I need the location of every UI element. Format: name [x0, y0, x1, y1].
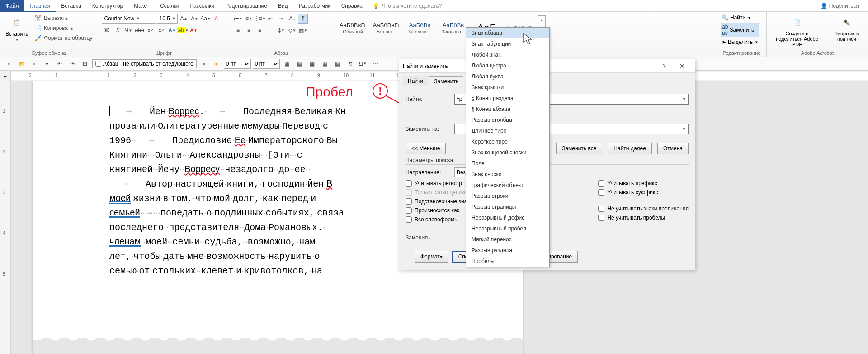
qat-border1[interactable]: ▦	[282, 58, 292, 69]
strikethrough-button[interactable]: abc	[134, 25, 144, 35]
wildcards-checkbox[interactable]: Подстановочные знаки	[406, 198, 472, 205]
dropdown-item[interactable]: ¶ Конец абзаца	[466, 104, 549, 115]
dropdown-item[interactable]: Графический объект	[466, 180, 549, 191]
style-heading2[interactable]: АаБбВвЗаголово...	[437, 15, 469, 41]
vertical-ruler[interactable]: 12345	[0, 81, 11, 354]
keep-with-next-checkbox[interactable]: Абзац - не отрывать от следующего	[92, 59, 197, 68]
whole-word-checkbox[interactable]: Только слово целиком	[406, 189, 472, 196]
style-normal[interactable]: АаБбВвГгОбычный	[337, 15, 368, 41]
font-size-combo[interactable]: 10,5▼	[157, 14, 178, 24]
dialog-close-button[interactable]: ✕	[673, 62, 691, 70]
dropdown-item[interactable]: Мягкий перенос	[466, 234, 549, 245]
dropdown-item[interactable]: Разрыв раздела	[466, 245, 549, 256]
prefix-checkbox[interactable]: Учитывать префикс	[598, 180, 689, 187]
qat-pi-button[interactable]: π	[345, 58, 356, 69]
dropdown-item[interactable]: Знак крышки	[466, 82, 549, 93]
qat-new-button[interactable]: ▫	[4, 58, 14, 69]
qat-border3[interactable]: ▦	[307, 58, 318, 69]
shading-button[interactable]: ◇▼	[287, 25, 297, 35]
spacing-after-input[interactable]: 0 пт▴▾	[253, 59, 280, 69]
dropdown-item[interactable]: Знак сноски	[466, 169, 549, 180]
font-name-combo[interactable]: Courier New▼	[102, 14, 156, 24]
share-button[interactable]: 👤 Поделиться	[821, 3, 859, 9]
style-heading1[interactable]: АаБбВвЗаголово...	[404, 15, 435, 41]
replace-button[interactable]: abacЗаменить	[721, 23, 759, 37]
bold-button[interactable]: Ж	[102, 25, 112, 35]
replace-all-button[interactable]: Заменить все	[556, 143, 602, 154]
qat-save-button[interactable]: ▫	[29, 58, 40, 69]
dropdown-item[interactable]: Пробелы	[466, 256, 549, 267]
dropdown-item[interactable]: Знак концевой сноски	[466, 147, 549, 158]
format-painter-button[interactable]: 🖌️Формат по образцу	[33, 33, 94, 43]
find-next-button[interactable]: Найти далее	[608, 143, 652, 154]
qat-circle1[interactable]: ●	[198, 58, 209, 69]
copy-button[interactable]: 📄Копировать	[33, 24, 94, 33]
qat-circle2[interactable]: ●	[211, 58, 222, 69]
qat-viewbutton[interactable]: ⊞	[80, 58, 90, 69]
ignore-spaces-checkbox[interactable]: Не учитывать пробелы	[598, 215, 689, 221]
dropdown-item[interactable]: Длинное тире	[466, 125, 549, 136]
borders-button[interactable]: ▦▼	[298, 25, 308, 35]
line-spacing-button[interactable]: ‡▼	[276, 25, 286, 35]
less-button[interactable]: << Меньше	[406, 143, 446, 154]
italic-button[interactable]: К	[113, 25, 123, 35]
font-color-button[interactable]: A▼	[189, 25, 198, 35]
cut-button[interactable]: ✂️Вырезать	[33, 14, 94, 23]
cancel-button[interactable]: Отмена	[657, 143, 689, 154]
sort-button[interactable]: A↓	[287, 14, 297, 24]
bullets-button[interactable]: ≔▼	[233, 14, 243, 24]
tab-design[interactable]: Конструктор	[87, 0, 128, 12]
sounds-like-checkbox[interactable]: Произносится как	[406, 207, 472, 214]
dropdown-item[interactable]: Короткое тире	[466, 136, 549, 147]
dialog-tab-replace[interactable]: Заменить	[429, 76, 463, 86]
decrease-indent-button[interactable]: ⇤	[265, 14, 275, 24]
tab-insert[interactable]: Вставка	[56, 0, 87, 12]
change-case-button[interactable]: Aa▼	[200, 14, 210, 24]
qat-redo-button[interactable]: ↷	[67, 58, 78, 69]
create-pdf-button[interactable]: 📄Создать и поделиться Adobe PDF	[770, 14, 824, 49]
tab-review[interactable]: Рецензирование	[220, 0, 273, 12]
numbering-button[interactable]: ≡▼	[244, 14, 254, 24]
match-case-checkbox[interactable]: Учитывать регистр	[406, 180, 472, 187]
request-sign-button[interactable]: ✒️Запросить подписи	[829, 14, 864, 43]
tab-developer[interactable]: Разработчик	[293, 0, 336, 12]
dropdown-item[interactable]: Неразрывный пробел	[466, 223, 549, 234]
tab-help[interactable]: Справка	[336, 0, 368, 12]
subscript-button[interactable]: x2	[145, 25, 155, 35]
qat-border2[interactable]: ▦	[294, 58, 305, 69]
qat-undo-button[interactable]: ↶	[54, 58, 65, 69]
dropdown-item[interactable]: Разрыв столбца	[466, 115, 549, 125]
shrink-font-button[interactable]: A▼	[189, 14, 199, 24]
select-button[interactable]: ➤Выделить▼	[721, 38, 759, 46]
qat-table-button[interactable]: ▦	[332, 58, 343, 69]
multilevel-button[interactable]: ⋮≡▼	[255, 14, 264, 24]
suffix-checkbox[interactable]: Учитывать суффикс	[598, 189, 689, 196]
style-nospacing[interactable]: АаБбВвГгБез инт...	[370, 15, 402, 41]
tab-links[interactable]: Ссылки	[155, 0, 184, 12]
dropdown-item[interactable]: Знак табуляции	[466, 38, 549, 49]
highlight-button[interactable]: ab▼	[178, 25, 188, 35]
text-effects-button[interactable]: A▼	[167, 25, 177, 35]
ruler-corner[interactable]: ⌐	[0, 71, 11, 81]
justify-button[interactable]: ≣	[265, 25, 275, 35]
dropdown-item[interactable]: Любая цифра	[466, 60, 549, 71]
dropdown-item[interactable]: § Конец раздела	[466, 93, 549, 104]
all-forms-checkbox[interactable]: Все словоформы	[406, 216, 472, 223]
grow-font-button[interactable]: A▲	[179, 14, 189, 24]
tab-home[interactable]: Главная	[24, 0, 56, 12]
tab-view[interactable]: Вид	[273, 0, 293, 12]
format-button[interactable]: Формат ▾	[415, 251, 448, 263]
dropdown-item[interactable]: Поле	[466, 158, 549, 169]
dropdown-item[interactable]: Неразрывный дефис	[466, 212, 549, 223]
tab-file[interactable]: Файл	[0, 0, 24, 12]
dropdown-item[interactable]: Любая буква	[466, 71, 549, 82]
qat-omega-button[interactable]: Ω▼	[358, 58, 368, 69]
clear-formatting-button[interactable]: A̷	[211, 14, 221, 24]
find-button[interactable]: 🔍Найти▼	[721, 14, 759, 22]
qat-border4[interactable]: ▦	[320, 58, 330, 69]
underline-button[interactable]: Ч▼	[123, 25, 133, 35]
dialog-help-button[interactable]: ?	[655, 62, 673, 70]
qat-more[interactable]: ⋯	[370, 58, 381, 69]
tab-layout[interactable]: Макет	[128, 0, 155, 12]
align-center-button[interactable]: ≡	[244, 25, 254, 35]
